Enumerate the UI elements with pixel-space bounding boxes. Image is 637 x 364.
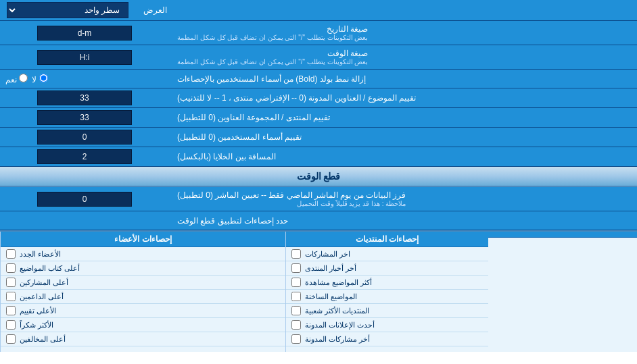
time-format-label: صيغة الوقت بعض التكوينات يتطلب "/" التي … [169,45,637,69]
sort-users-label: تقييم أسماء المستخدمين (0 للتطبيل) [169,128,637,147]
list-item: الأكثر شكراً [1,318,285,332]
time-format-input-cell [0,45,169,69]
display-select-cell: سطر واحد سطرين ثلاثة أسطر [0,0,135,20]
cell-spacing-row: المسافة بين الخلايا (بالبكسل) [0,147,637,167]
stats-posts-cb-0[interactable] [291,249,301,259]
cutoff-data-row: فرز البيانات من يوم الماشر الماضي فقط --… [0,187,637,211]
bold-yes-label: نعم [5,74,28,84]
stats-forums-area: إحصاءات المنتديات اخر المشاركات أخر أخبا… [285,232,488,352]
stats-posts-cb-3[interactable] [291,292,301,301]
list-item: أخر مشاركات المدونة [286,332,488,346]
limit-stats-label: حدد إحصاءات لتطبيق قطع الوقت [169,211,637,230]
cell-spacing-input-cell [0,147,169,166]
bold-remove-radio-cell: لا نعم [0,70,169,88]
list-item: المنتديات الأكثر شعبية [286,304,488,318]
stats-members-cb-0[interactable] [6,249,16,259]
stats-members-cb-4[interactable] [6,306,16,315]
sort-topics-input-cell [0,88,169,107]
list-item: أحدث الإعلانات المدونة [286,318,488,332]
limit-stats-empty [0,211,169,230]
stats-posts-cb-4[interactable] [291,306,301,315]
list-item: أكثر المواضيع مشاهدة [286,276,488,290]
bold-remove-row: إزالة نمط بولد (Bold) من أسماء المستخدمي… [0,70,637,88]
stats-posts-cb-5[interactable] [291,320,301,330]
stats-members-cb-3[interactable] [6,292,16,301]
sort-forums-row: تقييم المنتدى / المجموعة العناوين (0 للت… [0,108,637,128]
limit-stats-row: حدد إحصاءات لتطبيق قطع الوقت [0,211,637,230]
bold-no-label: لا [32,74,47,84]
date-format-input[interactable] [37,26,132,41]
stats-right-area [488,232,637,352]
list-item: أعلى الداعمين [1,290,285,304]
list-item: الأعلى تقييم [1,304,285,318]
stats-posts-cb-6[interactable] [291,334,301,344]
display-select[interactable]: سطر واحد سطرين ثلاثة أسطر [7,2,128,18]
cell-spacing-label: المسافة بين الخلايا (بالبكسل) [169,147,637,166]
stats-posts-cb-1[interactable] [291,263,301,273]
list-item: أعلى كتاب المواضيع [1,261,285,276]
sort-users-input-cell [0,128,169,147]
sort-forums-label: تقييم المنتدى / المجموعة العناوين (0 للت… [169,108,637,127]
stats-posts-cb-2[interactable] [291,278,301,287]
cutoff-data-input[interactable] [37,192,132,207]
display-label: العرض [135,0,637,20]
date-format-row: صيغة التاريخ بعض التكوينات يتطلب "/" الت… [0,21,637,45]
list-item: الأعضاء الجدد [1,247,285,261]
stats-members-cb-6[interactable] [6,334,16,344]
date-format-label: صيغة التاريخ بعض التكوينات يتطلب "/" الت… [169,21,637,45]
stats-right-header [488,232,637,238]
list-item: أخر أخبار المنتدى [286,261,488,276]
list-item: المواضيع الساخنة [286,290,488,304]
stats-members-cb-5[interactable] [6,320,16,330]
cutoff-data-label: فرز البيانات من يوم الماشر الماضي فقط --… [169,187,637,211]
time-format-row: صيغة الوقت بعض التكوينات يتطلب "/" التي … [0,45,637,70]
stats-forums-header: إحصاءات المنتديات [286,232,488,247]
list-item: اخر المشاركات [286,247,488,261]
sort-topics-label: تقييم الموضوع / العناوين المدونة (0 -- ا… [169,88,637,107]
bold-yes-radio[interactable] [19,74,28,82]
list-item: أعلى المشاركين [1,276,285,290]
display-row: العرض سطر واحد سطرين ثلاثة أسطر [0,0,637,21]
sort-topics-row: تقييم الموضوع / العناوين المدونة (0 -- ا… [0,88,637,108]
stats-members-header: إحصاءات الأعضاء [1,232,285,247]
stats-section: إحصاءات المنتديات اخر المشاركات أخر أخبا… [0,230,637,352]
list-item: أعلى المخالفين [1,332,285,346]
date-format-input-cell [0,21,169,45]
sort-users-input[interactable] [37,130,132,145]
sort-forums-input-cell [0,108,169,127]
sort-users-row: تقييم أسماء المستخدمين (0 للتطبيل) [0,128,637,147]
cell-spacing-input[interactable] [37,149,132,164]
stats-members-cb-1[interactable] [6,263,16,273]
sort-forums-input[interactable] [37,110,132,125]
bold-no-radio[interactable] [39,74,48,82]
stats-members-cb-2[interactable] [6,278,16,287]
sort-topics-input[interactable] [37,90,132,105]
cutoff-data-input-cell [0,187,169,211]
cutoff-section-title: قطع الوقت [0,167,637,187]
time-format-input[interactable] [37,50,132,65]
stats-members-area: إحصاءات الأعضاء الأعضاء الجدد أعلى كتاب … [0,232,285,352]
bold-remove-label: إزالة نمط بولد (Bold) من أسماء المستخدمي… [169,70,637,88]
